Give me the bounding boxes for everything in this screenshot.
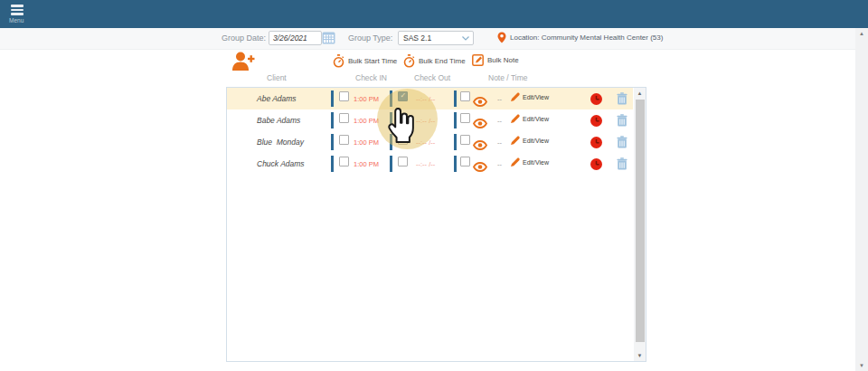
bulk-start-time-label: Bulk Start Time [348, 57, 397, 65]
check-in-time[interactable]: 1:00 PM [354, 138, 386, 147]
schedule-table: Abe Adams 1:00 PM --:-- /-- -- Edit/View [226, 87, 646, 362]
edit-view-label: Edit/View [523, 94, 549, 100]
note-checkbox[interactable] [460, 91, 470, 101]
location-text: Location: Community Mental Health Center… [510, 33, 663, 42]
app-header: Menu [0, 0, 868, 28]
delete-button[interactable] [617, 157, 627, 174]
bulk-note-button[interactable]: Bulk Note [472, 54, 519, 66]
page: Menu Group Date: 3/26/2021 Group Type: S… [0, 0, 868, 371]
check-out-checkbox[interactable] [398, 135, 408, 145]
trash-icon [617, 92, 627, 105]
table-row: Chuck Adams 1:00 PM --:-- /-- -- Edit/Vi… [227, 153, 633, 175]
clock-icon[interactable] [590, 92, 602, 109]
note-checkbox[interactable] [460, 113, 470, 123]
client-name: Abe Adams [257, 94, 297, 103]
bulk-note-label: Bulk Note [487, 56, 519, 64]
check-in-checkbox[interactable] [339, 91, 349, 101]
column-divider [454, 112, 457, 128]
menu-label: Menu [9, 17, 24, 24]
clock-icon[interactable] [590, 114, 602, 130]
scroll-thumb[interactable] [636, 100, 645, 342]
column-header-note-time: Note / Time [488, 73, 527, 82]
hamburger-icon [11, 5, 24, 17]
check-out-time[interactable]: --:-- /-- [416, 160, 452, 168]
delete-button[interactable] [617, 136, 627, 152]
note-time-value: -- [497, 138, 502, 147]
bulk-end-time-label: Bulk End Time [419, 57, 466, 65]
toolbar: Group Date: 3/26/2021 Group Type: SAS 2.… [0, 28, 855, 50]
check-in-checkbox[interactable] [339, 113, 349, 123]
table-row: Abe Adams 1:00 PM --:-- /-- -- Edit/View [227, 88, 633, 109]
scroll-down-icon[interactable]: ▼ [634, 350, 646, 361]
scroll-up-icon[interactable]: ▲ [855, 28, 868, 39]
trash-icon [617, 114, 627, 127]
chevron-down-icon [462, 36, 469, 41]
column-header-check-out: Check Out [414, 73, 450, 82]
group-type-value: SAS 2.1 [403, 33, 431, 43]
check-out-time[interactable]: --:-- /-- [416, 117, 452, 125]
edit-view-link[interactable]: Edit/View [510, 136, 549, 146]
page-scrollbar[interactable]: ▲ ▼ [855, 28, 868, 371]
clock-icon[interactable] [590, 136, 602, 152]
note-time-value: -- [497, 160, 502, 168]
stopwatch-icon [333, 54, 344, 68]
column-header-check-in: Check IN [355, 73, 387, 82]
group-type-label: Group Type: [348, 33, 392, 43]
scroll-up-icon[interactable]: ▲ [634, 88, 646, 99]
note-icon [472, 54, 484, 66]
delete-button[interactable] [617, 92, 627, 109]
calendar-button[interactable] [322, 31, 335, 44]
edit-view-link[interactable]: Edit/View [510, 157, 549, 167]
location: Location: Community Mental Health Center… [497, 32, 663, 43]
eye-icon[interactable] [473, 138, 487, 154]
eye-icon[interactable] [473, 159, 487, 176]
eye-icon[interactable] [473, 116, 487, 132]
calendar-icon [322, 31, 335, 44]
bulk-end-time-button[interactable]: Bulk End Time [403, 54, 466, 68]
column-divider [390, 112, 392, 128]
trash-icon [617, 136, 627, 148]
check-out-checkbox[interactable] [398, 157, 408, 166]
trash-icon [617, 157, 627, 170]
delete-button[interactable] [617, 114, 627, 130]
scroll-down-icon[interactable]: ▼ [855, 360, 868, 371]
group-date-label: Group Date: [222, 33, 266, 43]
edit-view-link[interactable]: Edit/View [510, 114, 549, 124]
column-divider [331, 90, 334, 107]
table-row: Babe Adams 1:00 PM --:-- /-- -- Edit/Vie… [227, 109, 633, 131]
table-row: Blue Monday 1:00 PM --:-- /-- -- Edit/Vi… [227, 131, 633, 153]
check-out-time[interactable]: --:-- /-- [416, 138, 452, 147]
note-time-value: -- [497, 117, 502, 125]
stopwatch-icon [403, 54, 415, 68]
check-out-time[interactable]: --:-- /-- [416, 95, 452, 103]
eye-icon[interactable] [473, 94, 487, 110]
check-in-checkbox[interactable] [339, 157, 349, 166]
clock-icon[interactable] [590, 157, 602, 174]
column-divider [454, 156, 457, 172]
table-scrollbar[interactable]: ▲ ▼ [634, 88, 646, 361]
client-name: Blue Monday [257, 138, 304, 147]
column-divider [331, 112, 334, 128]
note-checkbox[interactable] [460, 157, 470, 166]
check-in-time[interactable]: 1:00 PM [354, 95, 386, 103]
check-in-time[interactable]: 1:00 PM [354, 160, 386, 168]
group-date-input[interactable]: 3/26/2021 [269, 31, 322, 45]
edit-view-link[interactable]: Edit/View [510, 92, 549, 102]
note-time-value: -- [497, 95, 502, 103]
menu-button[interactable]: Menu [9, 4, 29, 25]
group-type-select[interactable]: SAS 2.1 [398, 31, 474, 45]
check-in-checkbox[interactable] [339, 135, 349, 145]
check-out-checkbox[interactable] [398, 113, 408, 123]
pencil-icon [510, 92, 520, 102]
client-name: Chuck Adams [257, 159, 305, 168]
add-client-button[interactable] [231, 52, 256, 71]
pencil-icon [510, 114, 520, 124]
check-out-checkbox[interactable] [398, 91, 408, 101]
client-name: Babe Adams [257, 116, 300, 125]
note-checkbox[interactable] [460, 135, 470, 145]
check-in-time[interactable]: 1:00 PM [354, 117, 386, 125]
edit-view-label: Edit/View [523, 116, 549, 122]
bulk-start-time-button[interactable]: Bulk Start Time [333, 54, 397, 68]
edit-view-label: Edit/View [523, 159, 549, 166]
column-divider [390, 156, 392, 172]
